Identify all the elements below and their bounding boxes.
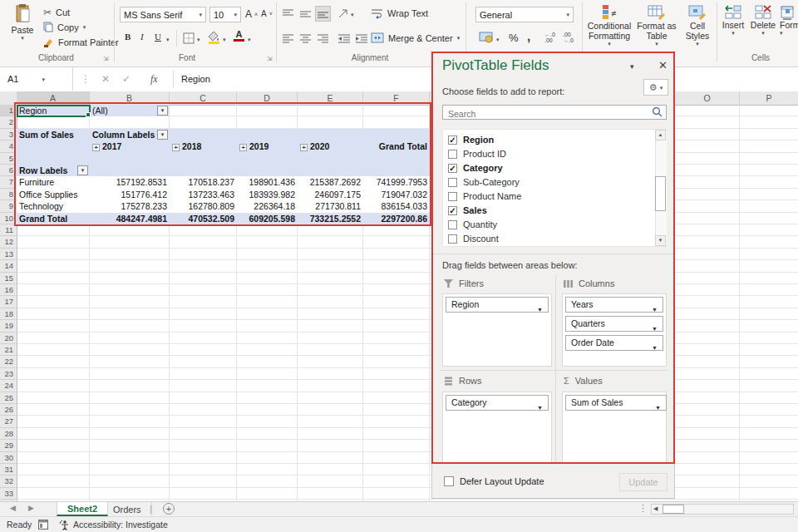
field-list[interactable]: ✓Region Product ID ✓Category Sub-Categor… (442, 129, 667, 247)
align-left-button[interactable] (282, 33, 294, 44)
align-bottom-button[interactable] (315, 6, 331, 22)
row-header-14[interactable]: 14 (0, 260, 16, 272)
field-search[interactable] (442, 105, 667, 120)
row-header-28[interactable]: 28 (0, 428, 16, 440)
font-size-combo[interactable]: 10▾ (209, 7, 241, 22)
row-header-3[interactable]: 3 (0, 129, 16, 140)
expand-icon[interactable]: + (239, 144, 247, 151)
pivot-total-value[interactable]: 470532.509 (170, 213, 237, 224)
tab-scroll-right-icon[interactable]: ▶ (28, 504, 34, 512)
hscroll-left-icon[interactable]: ◀ (653, 505, 658, 512)
pivot-row-label[interactable]: Office Supplies (17, 189, 90, 200)
pivot-value[interactable]: 183939.982 (237, 189, 298, 200)
row-header-4[interactable]: 4 (0, 140, 16, 152)
sheet-tab-sheet2[interactable]: Sheet2 (57, 502, 108, 516)
pivot-value[interactable]: 215387.2692 (298, 176, 363, 188)
orientation-button[interactable] (337, 7, 349, 19)
row-header-9[interactable]: 9 (0, 200, 16, 212)
font-dialog-launcher-icon[interactable]: ⇲ (267, 55, 274, 62)
tools-button[interactable]: ⚙▾ (643, 79, 668, 96)
field-item[interactable]: ✓Region (448, 133, 494, 146)
expand-icon[interactable]: + (172, 144, 180, 151)
scroll-up-icon[interactable]: ▲ (655, 130, 666, 140)
column-header-f[interactable]: F (363, 91, 430, 105)
format-as-table-button[interactable]: Format as Table ▾ (635, 4, 678, 47)
accessibility-icon[interactable] (58, 519, 70, 530)
number-format-combo[interactable]: General▾ (475, 7, 574, 22)
insert-cells-button[interactable]: Insert ▾ (720, 5, 746, 36)
decrease-font-button[interactable]: A˅ (261, 9, 273, 18)
pivot-year-cell[interactable]: +2018 (170, 140, 237, 152)
pivot-grand-total-col-cell[interactable]: Grand Total (363, 140, 430, 152)
expand-icon[interactable]: + (300, 144, 308, 151)
column-header-a[interactable]: A (17, 91, 90, 105)
increase-indent-button[interactable] (355, 33, 368, 44)
underline-button[interactable]: U (155, 32, 161, 42)
accounting-chevron-icon[interactable]: ▾ (496, 37, 500, 42)
align-center-button[interactable] (299, 33, 312, 44)
bold-button[interactable]: B (125, 32, 131, 42)
values-pill[interactable]: Sum of Sales▼ (565, 395, 667, 411)
pivot-row-labels-cell[interactable]: Row Labels (17, 165, 75, 176)
pill-chevron-icon[interactable]: ▼ (652, 341, 658, 355)
pill-chevron-icon[interactable]: ▼ (537, 401, 543, 415)
formula-content[interactable]: Region (181, 67, 210, 91)
pivot-total-value[interactable]: 2297200.86 (363, 213, 430, 224)
decrease-decimal-button[interactable]: .00→.0 (563, 32, 574, 43)
status-accessibility[interactable]: Accessibility: Investigate (73, 520, 168, 530)
fill-color-button[interactable] (208, 31, 220, 44)
row-header-17[interactable]: 17 (0, 296, 16, 308)
pivot-row-label[interactable]: Furniture (17, 176, 90, 188)
update-button[interactable]: Update (619, 473, 667, 491)
row-header-21[interactable]: 21 (0, 344, 16, 356)
pivot-value[interactable]: 271730.811 (298, 200, 363, 212)
increase-font-button[interactable]: A˄ (245, 8, 258, 20)
name-box[interactable]: A1 ▾ (0, 67, 73, 91)
fill-color-chevron-icon[interactable]: ▾ (223, 37, 226, 42)
conditional-formatting-button[interactable]: ≠ Conditional Formatting ▾ (585, 4, 633, 47)
row-headers[interactable]: 1234567891011121314151617181920212223242… (0, 105, 17, 501)
checkbox-checked-icon[interactable]: ✓ (448, 135, 457, 145)
pivot-year-cell[interactable]: +2017 (90, 140, 170, 152)
pivot-value[interactable]: 157192.8531 (90, 176, 170, 188)
row-header-31[interactable]: 31 (0, 464, 16, 475)
checkbox-icon[interactable] (448, 150, 457, 159)
expand-icon[interactable]: + (92, 144, 100, 151)
row-header-10[interactable]: 10 (0, 213, 16, 224)
align-middle-button[interactable] (299, 8, 312, 19)
filter-dropdown-icon[interactable]: ▼ (157, 106, 168, 116)
row-header-30[interactable]: 30 (0, 452, 16, 464)
columns-pill[interactable]: Quarters▼ (565, 316, 663, 332)
cut-button[interactable]: ✂ Cut (43, 7, 70, 18)
row-header-5[interactable]: 5 (0, 153, 16, 165)
italic-button[interactable]: I (140, 32, 144, 42)
paste-button[interactable]: Paste ▾ (7, 3, 38, 41)
checkbox-checked-icon[interactable]: ✓ (448, 206, 457, 215)
column-header-b[interactable]: B (90, 91, 170, 105)
row-header-13[interactable]: 13 (0, 249, 16, 260)
pivot-value[interactable]: 151776.412 (90, 189, 170, 200)
column-headers[interactable]: A B C D E F O P (0, 91, 798, 106)
row-header-18[interactable]: 18 (0, 308, 16, 320)
pill-chevron-icon[interactable]: ▼ (652, 322, 658, 336)
scroll-down-icon[interactable]: ▼ (655, 235, 666, 246)
rows-pill[interactable]: Category▼ (446, 395, 549, 411)
row-header-32[interactable]: 32 (0, 475, 16, 487)
borders-chevron-icon[interactable]: ▾ (197, 37, 200, 42)
pivot-value[interactable]: 226364.18 (237, 200, 298, 212)
orientation-chevron-icon[interactable]: ▾ (351, 12, 354, 17)
row-header-15[interactable]: 15 (0, 273, 16, 284)
field-item[interactable]: Product Name (448, 190, 521, 203)
formula-more-icon[interactable]: ⋮ (81, 67, 91, 91)
row-labels-dropdown-icon[interactable]: ▼ (77, 165, 88, 175)
pivot-value[interactable]: 170518.237 (170, 176, 237, 188)
column-header-c[interactable]: C (170, 91, 237, 105)
pivot-value[interactable]: 741999.7953 (363, 176, 430, 188)
percent-style-button[interactable]: % (509, 32, 519, 44)
row-header-25[interactable]: 25 (0, 392, 16, 404)
row-header-29[interactable]: 29 (0, 440, 16, 451)
pivot-value[interactable]: 198901.436 (237, 176, 298, 188)
field-item[interactable]: ✓Sales (448, 204, 487, 217)
column-header-o[interactable]: O (675, 91, 740, 105)
columns-pill[interactable]: Years▼ (565, 297, 663, 313)
